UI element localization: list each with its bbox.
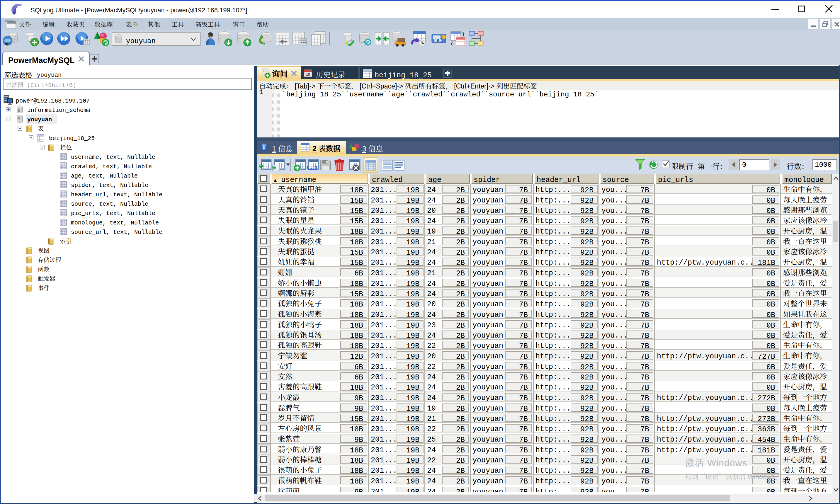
svg-text:18: 18 xyxy=(306,72,310,76)
